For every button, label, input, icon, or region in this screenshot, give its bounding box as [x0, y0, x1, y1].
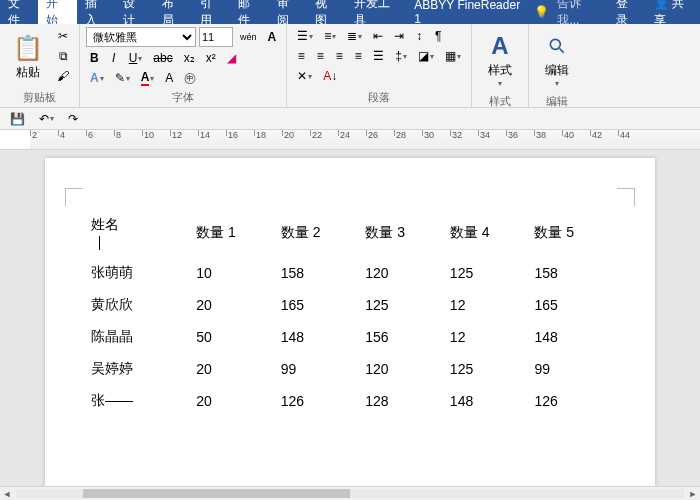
copy-button[interactable]: ⧉ [53, 47, 73, 65]
margin-corner-tl [65, 188, 83, 206]
table-cell: 148 [530, 322, 613, 352]
editing-button[interactable]: 编辑▾ [535, 26, 579, 92]
save-button[interactable]: 💾 [6, 110, 29, 128]
group-font: 微软雅黑 wén A B I U▾ abc x₂ x² ◢ A▾ ✎▾ A▾ A… [80, 24, 287, 107]
line-spacing-button[interactable]: ‡▾ [391, 47, 411, 65]
ruler-tick: 16 [226, 130, 238, 136]
styles-button[interactable]: A 样式▾ [478, 26, 522, 92]
ruler-tick: 38 [534, 130, 546, 136]
table-row: 吴婷婷209912012599 [87, 354, 613, 384]
scroll-left-button[interactable]: ◄ [0, 487, 14, 500]
ruler-tick: 40 [562, 130, 574, 136]
ruler-tick: 6 [86, 130, 93, 136]
font-color-button[interactable]: A▾ [137, 69, 159, 87]
ruler-tick: 4 [58, 130, 65, 136]
snap-grid-button[interactable]: ✕▾ [293, 67, 316, 85]
clipboard-icon: 📋 [12, 32, 44, 64]
ruler-tick: 18 [254, 130, 266, 136]
document-area[interactable]: 姓名数量 1数量 2数量 3数量 4数量 5 张萌萌10158120125158… [0, 150, 700, 486]
paste-button[interactable]: 📋 粘贴 [6, 28, 50, 85]
editing-label: 编辑 [535, 92, 579, 109]
decrease-indent-button[interactable]: ⇤ [369, 27, 387, 45]
table-cell: 125 [446, 354, 529, 384]
scroll-right-button[interactable]: ► [686, 487, 700, 500]
font-name-select[interactable]: 微软雅黑 [86, 27, 196, 47]
group-editing: 编辑▾ 编辑 [529, 24, 585, 107]
borders-button[interactable]: ▦▾ [441, 47, 465, 65]
table-cell: 120 [361, 354, 444, 384]
align-right-button[interactable]: ≡ [331, 47, 347, 65]
table-cell: 20 [192, 354, 275, 384]
table-cell: 148 [277, 322, 360, 352]
page: 姓名数量 1数量 2数量 3数量 4数量 5 张萌萌10158120125158… [45, 158, 655, 486]
table-cell: 148 [446, 386, 529, 416]
sort-button[interactable]: ↕ [411, 27, 427, 45]
table-cell: 165 [277, 290, 360, 320]
table-cell: 50 [192, 322, 275, 352]
table-row: 张萌萌10158120125158 [87, 258, 613, 288]
strikethrough-button[interactable]: abc [149, 49, 176, 67]
table-cell: 陈晶晶 [87, 322, 190, 352]
ruler-tick: 30 [422, 130, 434, 136]
show-marks-button[interactable]: ¶ [430, 27, 446, 45]
save-icon: 💾 [10, 112, 25, 126]
text-effects-button[interactable]: A▾ [86, 69, 108, 87]
horizontal-scrollbar[interactable]: ◄ ► [0, 486, 700, 500]
increase-indent-button[interactable]: ⇥ [390, 27, 408, 45]
scissors-icon: ✂ [58, 29, 68, 43]
styles-icon: A [484, 30, 516, 62]
ribbon: 📋 粘贴 ✂ ⧉ 🖌 剪贴板 微软雅黑 wén A B I U▾ abc [0, 24, 700, 108]
text-cursor [99, 236, 100, 250]
scrollbar-track[interactable] [16, 489, 684, 498]
sort-icon: ↕ [416, 29, 422, 43]
shrink-font-button[interactable]: A [264, 28, 281, 46]
grow-font-button[interactable]: wén [236, 28, 261, 46]
data-table: 姓名数量 1数量 2数量 3数量 4数量 5 张萌萌10158120125158… [85, 208, 615, 418]
bullets-button[interactable]: ☰▾ [293, 27, 317, 45]
table-cell: 20 [192, 386, 275, 416]
subscript-button[interactable]: x₂ [180, 49, 199, 67]
font-size-input[interactable] [199, 27, 233, 47]
redo-button[interactable]: ↷ [64, 110, 82, 128]
justify-button[interactable]: ≡ [350, 47, 366, 65]
bucket-icon: ◪ [418, 49, 429, 63]
distribute-button[interactable]: ☰ [369, 47, 388, 65]
table-cell: 126 [530, 386, 613, 416]
enclose-button[interactable]: ㊥ [180, 69, 200, 87]
multilevel-button[interactable]: ≣▾ [343, 27, 366, 45]
table-cell: 张—— [87, 386, 190, 416]
format-painter-button[interactable]: 🖌 [53, 67, 73, 85]
para-sort-button[interactable]: A↓ [319, 67, 341, 85]
align-left-button[interactable]: ≡ [293, 47, 309, 65]
paragraph-label: 段落 [293, 88, 465, 105]
numbering-button[interactable]: ≡▾ [320, 27, 340, 45]
underline-button[interactable]: U▾ [125, 49, 147, 67]
scrollbar-thumb[interactable] [83, 489, 350, 498]
table-cell: 165 [530, 290, 613, 320]
table-cell: 120 [361, 258, 444, 288]
ruler-tick: 2 [30, 130, 37, 136]
ruler-tick: 22 [310, 130, 322, 136]
table-cell: 158 [530, 258, 613, 288]
char-shading-button[interactable]: A [161, 69, 177, 87]
ruler-tick: 12 [170, 130, 182, 136]
horizontal-ruler[interactable]: 2468101214161820222426283032343638404244 [0, 130, 700, 150]
undo-button[interactable]: ↶▾ [35, 110, 58, 128]
ruler-tick: 42 [590, 130, 602, 136]
clear-format-button[interactable]: ◢ [223, 49, 240, 67]
shading-button[interactable]: ◪▾ [414, 47, 438, 65]
margin-corner-tr [617, 188, 635, 206]
superscript-button[interactable]: x² [202, 49, 220, 67]
table-cell: 张萌萌 [87, 258, 190, 288]
cut-button[interactable]: ✂ [53, 27, 73, 45]
table-row: 黄欣欣2016512512165 [87, 290, 613, 320]
italic-button[interactable]: I [106, 49, 122, 67]
bold-button[interactable]: B [86, 49, 103, 67]
brush-icon: 🖌 [57, 69, 69, 83]
align-center-button[interactable]: ≡ [312, 47, 328, 65]
group-clipboard: 📋 粘贴 ✂ ⧉ 🖌 剪贴板 [0, 24, 80, 107]
highlight-button[interactable]: ✎▾ [111, 69, 134, 87]
table-cell: 吴婷婷 [87, 354, 190, 384]
table-row: 张——20126128148126 [87, 386, 613, 416]
ruler-tick: 10 [142, 130, 154, 136]
